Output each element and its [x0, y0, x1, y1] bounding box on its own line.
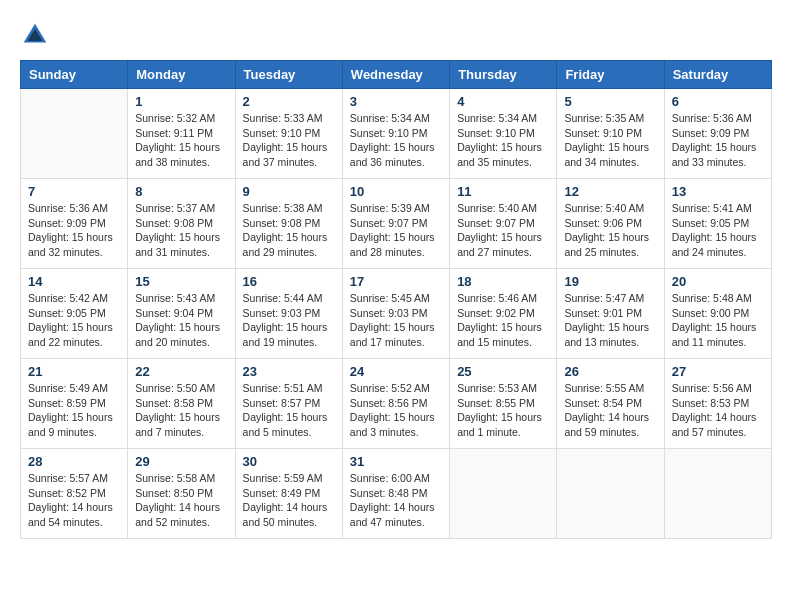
day-info: Sunrise: 5:39 AM Sunset: 9:07 PM Dayligh… — [350, 201, 442, 260]
day-cell: 11Sunrise: 5:40 AM Sunset: 9:07 PM Dayli… — [450, 179, 557, 269]
day-cell: 14Sunrise: 5:42 AM Sunset: 9:05 PM Dayli… — [21, 269, 128, 359]
day-cell: 7Sunrise: 5:36 AM Sunset: 9:09 PM Daylig… — [21, 179, 128, 269]
day-cell: 15Sunrise: 5:43 AM Sunset: 9:04 PM Dayli… — [128, 269, 235, 359]
day-cell: 9Sunrise: 5:38 AM Sunset: 9:08 PM Daylig… — [235, 179, 342, 269]
day-number: 28 — [28, 454, 120, 469]
day-number: 15 — [135, 274, 227, 289]
day-info: Sunrise: 5:53 AM Sunset: 8:55 PM Dayligh… — [457, 381, 549, 440]
day-number: 13 — [672, 184, 764, 199]
week-row-2: 7Sunrise: 5:36 AM Sunset: 9:09 PM Daylig… — [21, 179, 772, 269]
day-number: 22 — [135, 364, 227, 379]
day-info: Sunrise: 5:46 AM Sunset: 9:02 PM Dayligh… — [457, 291, 549, 350]
day-number: 10 — [350, 184, 442, 199]
day-info: Sunrise: 5:32 AM Sunset: 9:11 PM Dayligh… — [135, 111, 227, 170]
day-number: 2 — [243, 94, 335, 109]
day-info: Sunrise: 5:55 AM Sunset: 8:54 PM Dayligh… — [564, 381, 656, 440]
day-number: 20 — [672, 274, 764, 289]
day-info: Sunrise: 5:45 AM Sunset: 9:03 PM Dayligh… — [350, 291, 442, 350]
day-number: 26 — [564, 364, 656, 379]
day-number: 18 — [457, 274, 549, 289]
logo-icon — [20, 20, 50, 50]
day-cell: 30Sunrise: 5:59 AM Sunset: 8:49 PM Dayli… — [235, 449, 342, 539]
col-header-monday: Monday — [128, 61, 235, 89]
day-cell: 4Sunrise: 5:34 AM Sunset: 9:10 PM Daylig… — [450, 89, 557, 179]
day-cell: 28Sunrise: 5:57 AM Sunset: 8:52 PM Dayli… — [21, 449, 128, 539]
day-number: 19 — [564, 274, 656, 289]
day-info: Sunrise: 5:38 AM Sunset: 9:08 PM Dayligh… — [243, 201, 335, 260]
week-row-3: 14Sunrise: 5:42 AM Sunset: 9:05 PM Dayli… — [21, 269, 772, 359]
col-header-wednesday: Wednesday — [342, 61, 449, 89]
day-cell: 27Sunrise: 5:56 AM Sunset: 8:53 PM Dayli… — [664, 359, 771, 449]
day-number: 4 — [457, 94, 549, 109]
week-row-5: 28Sunrise: 5:57 AM Sunset: 8:52 PM Dayli… — [21, 449, 772, 539]
day-info: Sunrise: 5:34 AM Sunset: 9:10 PM Dayligh… — [350, 111, 442, 170]
day-cell: 23Sunrise: 5:51 AM Sunset: 8:57 PM Dayli… — [235, 359, 342, 449]
day-number: 16 — [243, 274, 335, 289]
day-cell: 17Sunrise: 5:45 AM Sunset: 9:03 PM Dayli… — [342, 269, 449, 359]
day-number: 23 — [243, 364, 335, 379]
day-info: Sunrise: 5:40 AM Sunset: 9:07 PM Dayligh… — [457, 201, 549, 260]
col-header-friday: Friday — [557, 61, 664, 89]
day-cell: 8Sunrise: 5:37 AM Sunset: 9:08 PM Daylig… — [128, 179, 235, 269]
day-cell: 16Sunrise: 5:44 AM Sunset: 9:03 PM Dayli… — [235, 269, 342, 359]
day-cell: 20Sunrise: 5:48 AM Sunset: 9:00 PM Dayli… — [664, 269, 771, 359]
col-header-tuesday: Tuesday — [235, 61, 342, 89]
day-cell: 3Sunrise: 5:34 AM Sunset: 9:10 PM Daylig… — [342, 89, 449, 179]
day-info: Sunrise: 5:36 AM Sunset: 9:09 PM Dayligh… — [28, 201, 120, 260]
day-number: 27 — [672, 364, 764, 379]
day-number: 7 — [28, 184, 120, 199]
day-number: 29 — [135, 454, 227, 469]
day-info: Sunrise: 5:52 AM Sunset: 8:56 PM Dayligh… — [350, 381, 442, 440]
page-header — [20, 20, 772, 50]
day-info: Sunrise: 5:35 AM Sunset: 9:10 PM Dayligh… — [564, 111, 656, 170]
week-row-1: 1Sunrise: 5:32 AM Sunset: 9:11 PM Daylig… — [21, 89, 772, 179]
day-cell: 26Sunrise: 5:55 AM Sunset: 8:54 PM Dayli… — [557, 359, 664, 449]
day-number: 9 — [243, 184, 335, 199]
day-number: 6 — [672, 94, 764, 109]
day-number: 30 — [243, 454, 335, 469]
day-number: 24 — [350, 364, 442, 379]
day-cell: 29Sunrise: 5:58 AM Sunset: 8:50 PM Dayli… — [128, 449, 235, 539]
day-cell: 18Sunrise: 5:46 AM Sunset: 9:02 PM Dayli… — [450, 269, 557, 359]
day-info: Sunrise: 5:49 AM Sunset: 8:59 PM Dayligh… — [28, 381, 120, 440]
day-info: Sunrise: 5:57 AM Sunset: 8:52 PM Dayligh… — [28, 471, 120, 530]
day-number: 3 — [350, 94, 442, 109]
day-number: 5 — [564, 94, 656, 109]
day-info: Sunrise: 5:59 AM Sunset: 8:49 PM Dayligh… — [243, 471, 335, 530]
day-number: 17 — [350, 274, 442, 289]
day-cell: 31Sunrise: 6:00 AM Sunset: 8:48 PM Dayli… — [342, 449, 449, 539]
day-info: Sunrise: 5:41 AM Sunset: 9:05 PM Dayligh… — [672, 201, 764, 260]
day-info: Sunrise: 5:33 AM Sunset: 9:10 PM Dayligh… — [243, 111, 335, 170]
col-header-thursday: Thursday — [450, 61, 557, 89]
day-info: Sunrise: 5:34 AM Sunset: 9:10 PM Dayligh… — [457, 111, 549, 170]
day-cell: 6Sunrise: 5:36 AM Sunset: 9:09 PM Daylig… — [664, 89, 771, 179]
day-number: 25 — [457, 364, 549, 379]
week-row-4: 21Sunrise: 5:49 AM Sunset: 8:59 PM Dayli… — [21, 359, 772, 449]
day-cell: 24Sunrise: 5:52 AM Sunset: 8:56 PM Dayli… — [342, 359, 449, 449]
day-number: 1 — [135, 94, 227, 109]
day-number: 12 — [564, 184, 656, 199]
day-info: Sunrise: 5:47 AM Sunset: 9:01 PM Dayligh… — [564, 291, 656, 350]
day-cell: 2Sunrise: 5:33 AM Sunset: 9:10 PM Daylig… — [235, 89, 342, 179]
day-cell: 25Sunrise: 5:53 AM Sunset: 8:55 PM Dayli… — [450, 359, 557, 449]
day-cell — [664, 449, 771, 539]
day-info: Sunrise: 5:56 AM Sunset: 8:53 PM Dayligh… — [672, 381, 764, 440]
day-info: Sunrise: 5:37 AM Sunset: 9:08 PM Dayligh… — [135, 201, 227, 260]
day-cell — [21, 89, 128, 179]
day-info: Sunrise: 6:00 AM Sunset: 8:48 PM Dayligh… — [350, 471, 442, 530]
day-cell — [557, 449, 664, 539]
day-info: Sunrise: 5:43 AM Sunset: 9:04 PM Dayligh… — [135, 291, 227, 350]
day-info: Sunrise: 5:50 AM Sunset: 8:58 PM Dayligh… — [135, 381, 227, 440]
day-number: 11 — [457, 184, 549, 199]
day-info: Sunrise: 5:44 AM Sunset: 9:03 PM Dayligh… — [243, 291, 335, 350]
day-cell: 21Sunrise: 5:49 AM Sunset: 8:59 PM Dayli… — [21, 359, 128, 449]
day-number: 14 — [28, 274, 120, 289]
day-number: 31 — [350, 454, 442, 469]
day-cell: 22Sunrise: 5:50 AM Sunset: 8:58 PM Dayli… — [128, 359, 235, 449]
header-row: SundayMondayTuesdayWednesdayThursdayFrid… — [21, 61, 772, 89]
day-number: 8 — [135, 184, 227, 199]
day-info: Sunrise: 5:40 AM Sunset: 9:06 PM Dayligh… — [564, 201, 656, 260]
day-cell: 1Sunrise: 5:32 AM Sunset: 9:11 PM Daylig… — [128, 89, 235, 179]
day-cell: 19Sunrise: 5:47 AM Sunset: 9:01 PM Dayli… — [557, 269, 664, 359]
day-info: Sunrise: 5:58 AM Sunset: 8:50 PM Dayligh… — [135, 471, 227, 530]
